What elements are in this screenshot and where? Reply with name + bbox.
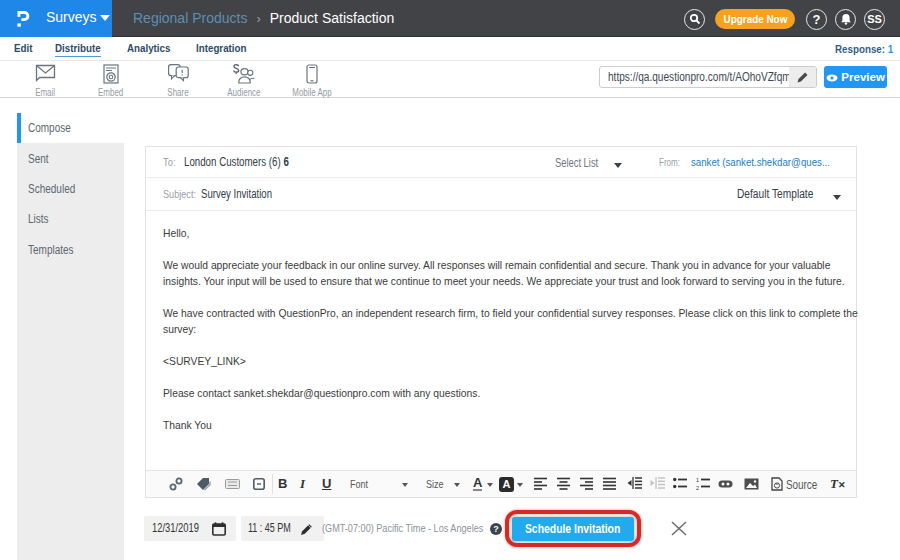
- svg-text:2: 2: [696, 485, 699, 491]
- svg-text:1: 1: [696, 477, 699, 483]
